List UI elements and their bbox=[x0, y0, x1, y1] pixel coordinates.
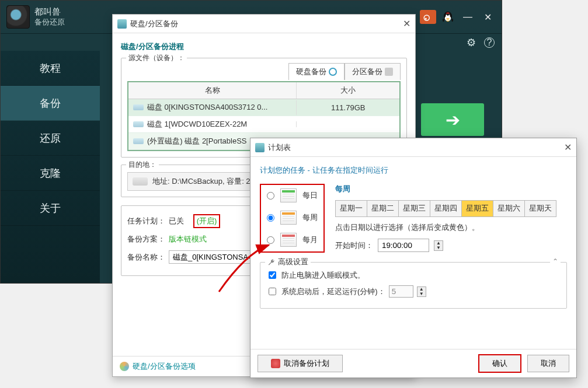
week-note: 点击日期以进行选择（选择后变成黄色）。 bbox=[335, 223, 567, 233]
recurrence-box: 每日 每周 每月 bbox=[260, 184, 325, 253]
nav-about[interactable]: 关于 bbox=[1, 191, 100, 226]
backup-dialog-close[interactable]: ✕ bbox=[403, 18, 410, 29]
recurrence-daily-label: 每日 bbox=[302, 190, 318, 201]
nav-tutorial[interactable]: 教程 bbox=[1, 51, 100, 86]
svg-point-2 bbox=[425, 18, 427, 20]
delay-checkbox[interactable] bbox=[269, 288, 276, 295]
calendar-weekly-icon bbox=[280, 211, 297, 225]
recurrence-monthly[interactable]: 每月 bbox=[267, 233, 318, 247]
calendar-monthly-icon bbox=[280, 233, 297, 247]
backup-dialog-title: 硬盘/分区备份 bbox=[130, 19, 178, 29]
schedule-dialog-titlebar: 计划表 ✕ bbox=[250, 138, 576, 157]
qq-icon[interactable] bbox=[440, 10, 456, 24]
days-row: 星期一 星期二 星期三 星期四 星期五 星期六 星期天 bbox=[335, 200, 567, 217]
schedule-dialog-icon bbox=[255, 143, 265, 152]
cancel-button[interactable]: 取消 bbox=[527, 355, 569, 372]
disk-table-header: 名称 大小 bbox=[128, 82, 399, 99]
help-icon[interactable]: ? bbox=[484, 37, 495, 48]
svg-point-7 bbox=[446, 18, 450, 19]
spin-down-icon[interactable]: ▼ bbox=[417, 292, 426, 296]
drive-icon bbox=[133, 177, 148, 186]
schedule-dialog-title: 计划表 bbox=[268, 142, 291, 153]
disk-row-2-name: (外置磁盘) 磁盘 2[PortableSS bbox=[147, 136, 247, 146]
nav-clone[interactable]: 克隆 bbox=[1, 156, 100, 191]
radio-daily[interactable] bbox=[267, 192, 274, 200]
nav-restore[interactable]: 还原 bbox=[1, 121, 100, 156]
delay-spinner[interactable]: ▲▼ bbox=[417, 286, 426, 297]
week-panel: 每周 星期一 星期二 星期三 星期四 星期五 星期六 星期天 点击日期以进行选择… bbox=[335, 184, 567, 252]
backup-plan-value[interactable]: 版本链模式 bbox=[169, 234, 207, 244]
day-wed[interactable]: 星期三 bbox=[399, 200, 430, 217]
task-plan-label: 任务计划： bbox=[127, 216, 165, 226]
options-icon bbox=[120, 362, 129, 371]
disk-row-0-size: 111.79GB bbox=[296, 100, 399, 115]
task-plan-toggle[interactable]: (开启) bbox=[193, 214, 221, 228]
advanced-legend: 高级设置 bbox=[265, 257, 311, 267]
prevent-sleep-label: 防止电脑进入睡眠模式。 bbox=[281, 270, 365, 281]
tab-disk-backup[interactable]: 硬盘备份 bbox=[288, 63, 345, 80]
day-sun[interactable]: 星期天 bbox=[525, 200, 556, 217]
cancel-plan-icon bbox=[271, 359, 280, 368]
disk-row-0[interactable]: 磁盘 0[KINGSTONSA400S3712 0... 111.79GB bbox=[128, 99, 399, 116]
proceed-button[interactable]: ➔ bbox=[421, 103, 484, 136]
minimize-button[interactable]: — bbox=[460, 10, 476, 24]
backup-heading: 磁盘/分区备份进程 bbox=[121, 41, 407, 52]
tab-partition-backup[interactable]: 分区备份 bbox=[345, 63, 401, 80]
schedule-footer: 取消备份计划 确认 取消 bbox=[250, 349, 576, 377]
advanced-group: 高级设置 ⌃ 防止电脑进入睡眠模式。 系统启动后，延迟运行(分钟)： ▲▼ bbox=[260, 262, 567, 309]
app-logo-icon bbox=[6, 5, 30, 29]
day-tue[interactable]: 星期二 bbox=[367, 200, 399, 217]
app-title: 都叫兽 bbox=[34, 6, 65, 17]
backup-options-link[interactable]: 硬盘/分区备份选项 bbox=[133, 361, 196, 372]
day-sat[interactable]: 星期六 bbox=[493, 200, 525, 217]
disk-row-1-size bbox=[296, 121, 399, 127]
svg-point-6 bbox=[448, 15, 450, 17]
disk-row-1[interactable]: 磁盘 1[WDCWD10EZEX-22M bbox=[128, 116, 399, 133]
schedule-dialog: 计划表 ✕ 计划您的任务 - 让任务在指定时间运行 每日 每周 bbox=[250, 138, 577, 378]
partition-tab-icon bbox=[385, 68, 393, 76]
ok-button[interactable]: 确认 bbox=[478, 354, 521, 373]
tab-disk-label: 硬盘备份 bbox=[296, 67, 326, 77]
disk-row-1-name: 磁盘 1[WDCWD10EZEX-22M bbox=[147, 119, 247, 130]
svg-point-1 bbox=[425, 16, 429, 20]
cancel-backup-plan-button[interactable]: 取消备份计划 bbox=[258, 355, 343, 372]
disk-icon bbox=[133, 121, 144, 127]
disk-icon bbox=[133, 138, 144, 144]
app-title-block: 都叫兽 备份还原 bbox=[34, 6, 65, 27]
day-thu[interactable]: 星期四 bbox=[430, 200, 462, 217]
start-time-label: 开始时间： bbox=[335, 240, 373, 251]
disk-row-0-name: 磁盘 0[KINGSTONSA400S3712 0... bbox=[147, 102, 267, 113]
settings-icon[interactable]: ⚙ bbox=[467, 36, 476, 49]
day-mon[interactable]: 星期一 bbox=[335, 200, 367, 217]
spin-down-icon[interactable]: ▼ bbox=[434, 246, 443, 250]
advanced-collapse-icon[interactable]: ⌃ bbox=[550, 257, 561, 265]
delay-minutes-input[interactable] bbox=[389, 285, 413, 298]
close-button[interactable]: ✕ bbox=[479, 10, 496, 24]
weibo-icon[interactable] bbox=[420, 10, 436, 24]
nav-backup[interactable]: 备份 bbox=[1, 86, 100, 121]
svg-point-5 bbox=[446, 15, 447, 17]
radio-weekly[interactable] bbox=[267, 214, 274, 222]
calendar-daily-icon bbox=[280, 188, 297, 202]
recurrence-weekly-label: 每周 bbox=[302, 212, 318, 223]
prevent-sleep-checkbox[interactable] bbox=[269, 271, 276, 279]
cancel-plan-label: 取消备份计划 bbox=[284, 358, 329, 369]
backup-dialog-titlebar: 硬盘/分区备份 ✕ bbox=[113, 15, 415, 33]
recurrence-weekly[interactable]: 每周 bbox=[267, 211, 318, 225]
backup-dialog-icon bbox=[117, 19, 127, 29]
start-time-input[interactable] bbox=[378, 239, 429, 252]
backup-plan-label: 备份方案： bbox=[127, 234, 165, 244]
destination-value: 地址: D:\MCsBackup, 容量: 28 bbox=[152, 176, 255, 187]
recurrence-daily[interactable]: 每日 bbox=[267, 188, 318, 202]
day-fri[interactable]: 星期五 bbox=[462, 200, 493, 217]
schedule-description: 计划您的任务 - 让任务在指定时间运行 bbox=[260, 165, 567, 176]
backup-name-label: 备份名称： bbox=[127, 252, 165, 263]
source-legend: 源文件（设备）： bbox=[126, 53, 187, 63]
wrench-icon bbox=[267, 258, 276, 267]
week-title: 每周 bbox=[335, 184, 567, 194]
radio-monthly[interactable] bbox=[267, 236, 274, 244]
time-spinner[interactable]: ▲▼ bbox=[434, 240, 443, 251]
dest-legend: 目的地： bbox=[126, 160, 159, 170]
disk-icon bbox=[133, 104, 144, 110]
schedule-dialog-close[interactable]: ✕ bbox=[564, 142, 572, 153]
